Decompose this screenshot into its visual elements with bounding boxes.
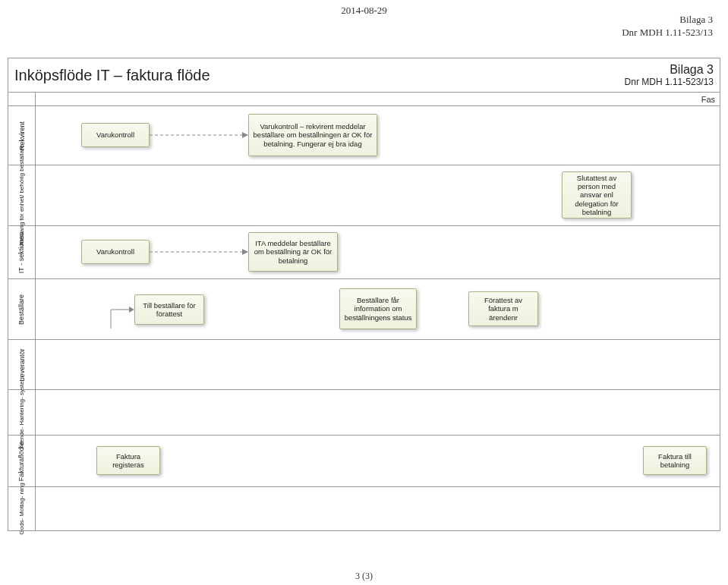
page-number: 3 (3): [355, 571, 373, 582]
lane-body-arende: [36, 390, 720, 435]
svg-marker-6: [129, 307, 134, 313]
lane-body-ansvarig: Slutattest av person med ansvar enl dele…: [36, 165, 720, 225]
lane-label-arende: Ärende- Hantering- system: [8, 390, 36, 435]
lane-label-fakturaflode: Fakturaflöd e: [8, 436, 36, 486]
diagram-title: Inköpsflöde IT – faktura flöde: [14, 67, 210, 84]
lane-body-bestallare: Till beställare för förattest Beställare…: [36, 279, 720, 339]
subheader-label-col: [8, 93, 36, 106]
lane-it: IT - sektionen Varukontroll ITA meddelar…: [8, 226, 720, 279]
box-slutattest: Slutattest av person med ansvar enl dele…: [562, 171, 632, 219]
lane-bestallare: Beställare Till beställare för förattest…: [8, 279, 720, 340]
lane-label-it: IT - sektionen: [8, 226, 36, 278]
box-varukontroll-msg: Varukontroll – rekvirent meddelar bestäl…: [248, 114, 377, 156]
lane-body-fakturaflode: Faktura registeras Faktura till betalnin…: [36, 436, 720, 486]
arrow-varukontroll-to-msg: [150, 134, 248, 136]
header-date: 2014-08-29: [341, 5, 387, 17]
lane-rekvirent: Rekvirent Varukontroll Varukontroll – re…: [8, 106, 720, 165]
lane-body-gods: [36, 487, 720, 530]
box-ita-meddelar: ITA meddelar beställare om beställning ä…: [248, 232, 338, 272]
box-varukontroll-1: Varukontroll: [81, 123, 150, 147]
header-right: Bilaga 3 Dnr MDH 1.11-523/13: [622, 14, 713, 39]
box-bestallare-info: Beställare får information om beställnin…: [339, 288, 417, 329]
arrow-varukontroll2-to-ita: [150, 251, 248, 253]
lane-body-rekvirent: Varukontroll Varukontroll – rekvirent me…: [36, 106, 720, 165]
lane-label-bestallare: Beställare: [8, 279, 36, 339]
box-varukontroll-2: Varukontroll: [81, 240, 150, 264]
svg-marker-1: [242, 132, 248, 138]
header-right-line2: Dnr MDH 1.11-523/13: [622, 27, 713, 39]
lane-fakturaflode: Fakturaflöd e Faktura registeras Faktura…: [8, 436, 720, 487]
box-faktura-reg: Faktura registeras: [96, 446, 160, 475]
box-faktura-till: Faktura till betalning: [643, 446, 707, 475]
subheader-row: Fas: [8, 93, 720, 106]
lane-label-gods: Gods- Mottag- ning: [8, 487, 36, 530]
title-bar: Inköpsflöde IT – faktura flöde Bilaga 3 …: [8, 58, 720, 93]
header-right-line1: Bilaga 3: [622, 14, 713, 27]
lane-label-ansvarig: Ansvarig för enhet/ behörig beställare: [8, 165, 36, 225]
lane-body-it: Varukontroll ITA meddelar beställare om …: [36, 226, 720, 278]
lane-leverantor: Leverantör: [8, 340, 720, 390]
arrow-into-till-bestallare: [108, 287, 138, 332]
lane-body-leverantor: [36, 340, 720, 389]
title-right-top: Bilaga 3: [625, 63, 714, 77]
box-forattest: Förattest av faktura m ärendenr: [468, 291, 538, 326]
lane-gods: Gods- Mottag- ning: [8, 487, 720, 531]
svg-marker-3: [242, 249, 248, 255]
box-till-bestallare: Till beställare för förattest: [134, 294, 204, 325]
lane-ansvarig: Ansvarig för enhet/ behörig beställare S…: [8, 165, 720, 226]
title-right-bottom: Dnr MDH 1.11-523/13: [625, 77, 714, 87]
lane-arende: Ärende- Hantering- system: [8, 390, 720, 436]
diagram-title-right: Bilaga 3 Dnr MDH 1.11-523/13: [625, 63, 714, 87]
subheader-fas: Fas: [36, 93, 720, 106]
